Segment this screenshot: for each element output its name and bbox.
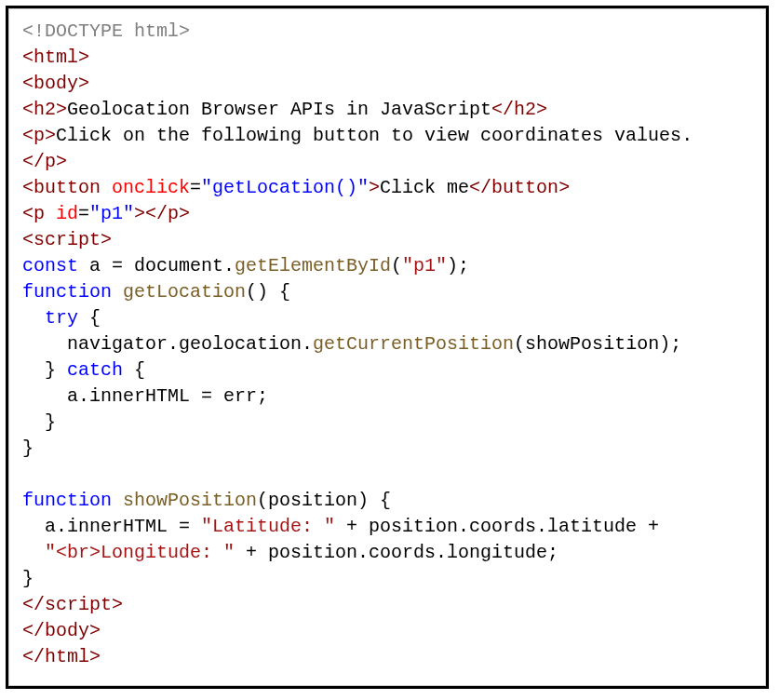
code-try-rest: {: [78, 307, 101, 329]
code-p-text: Click on the following button to view co…: [56, 125, 693, 146]
code-script-close: </script>: [22, 594, 123, 615]
code-catch-close: }: [22, 411, 56, 433]
code-h2-close: </h2>: [491, 99, 547, 120]
code-body-open: <body>: [22, 73, 89, 94]
code-p2-val: "p1": [89, 203, 134, 224]
code-catch-a: }: [22, 359, 67, 381]
code-show2-b: "<br>Longitude: ": [45, 542, 235, 563]
code-show1-a: a.innerHTML =: [22, 516, 201, 537]
code-show1-c: + position.coords.latitude +: [335, 516, 659, 537]
code-html-close: </html>: [22, 646, 101, 667]
code-script-open: <script>: [22, 229, 112, 250]
code-func2-kw: function: [22, 490, 112, 511]
code-block: <!DOCTYPE html> <html> <body> <h2>Geoloc…: [22, 19, 752, 670]
code-func2-rest: (position) {: [257, 490, 391, 511]
code-const-kw: const: [22, 255, 78, 276]
code-getel: getElementById: [235, 255, 391, 276]
code-button-val: "getLocation()": [201, 177, 369, 198]
code-const-rest: a = document.: [78, 255, 235, 276]
code-func1-name: getLocation: [112, 281, 246, 303]
code-h2-text: Geolocation Browser APIs in JavaScript: [67, 99, 491, 120]
code-show2-a: [22, 542, 45, 563]
code-p2-attr: id: [45, 203, 78, 224]
code-show1-b: "Latitude: ": [201, 516, 335, 537]
code-doctype: <!DOCTYPE html>: [22, 20, 190, 42]
code-frame: <!DOCTYPE html> <html> <body> <h2>Geoloc…: [6, 6, 769, 689]
code-p-close: </p>: [22, 151, 67, 172]
code-getel-open: (: [391, 255, 402, 276]
code-getel-arg: "p1": [402, 255, 447, 276]
code-p-open: <p>: [22, 125, 56, 146]
code-frame-inner: <!DOCTYPE html> <html> <body> <h2>Geoloc…: [8, 8, 766, 686]
code-nav-b: getCurrentPosition: [313, 333, 514, 355]
code-p2-open-end: >: [134, 203, 145, 224]
code-button-close: </button>: [469, 177, 570, 198]
code-catch-body: a.innerHTML = err;: [22, 385, 268, 407]
code-h2-open: <h2>: [22, 99, 67, 120]
code-button-text: Click me: [380, 177, 469, 198]
code-html-open: <html>: [22, 47, 89, 68]
code-nav-c: (showPosition);: [514, 333, 681, 355]
code-catch-kw: catch: [67, 359, 123, 381]
code-try-kw: try: [22, 307, 78, 329]
code-catch-b: {: [123, 359, 145, 381]
code-button-open-tag: <button: [22, 177, 101, 198]
code-nav-a: navigator.geolocation.: [22, 333, 313, 355]
code-body-close: </body>: [22, 620, 101, 641]
code-p2-close: </p>: [145, 203, 190, 224]
code-button-attr: onclick: [101, 177, 190, 198]
code-func1-close: }: [22, 438, 34, 459]
code-p2-open-tag: <p: [22, 203, 45, 224]
code-func2-name: showPosition: [112, 490, 257, 511]
code-p2-eq: =: [78, 203, 89, 224]
code-func1-kw: function: [22, 281, 112, 303]
code-getel-close: );: [447, 255, 469, 276]
code-func1-rest: () {: [246, 281, 290, 303]
code-func2-close: }: [22, 568, 34, 589]
code-button-open-end: >: [369, 177, 380, 198]
code-show2-c: + position.coords.longitude;: [235, 542, 558, 563]
code-button-eq: =: [190, 177, 201, 198]
